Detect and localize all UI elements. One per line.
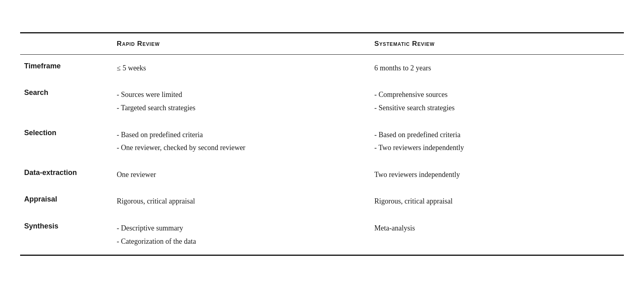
systematic-cell: - Comprehensive sources- Sensitive searc… [366,81,624,121]
cell-line: - Sensitive search strategies [374,102,616,114]
rapid-cell: - Sources were limited- Targeted search … [109,81,366,121]
cell-line: Rigorous, critical appraisal [374,195,616,208]
col-header-systematic: Systematic Review [366,33,624,54]
cell-line: 6 months to 2 years [374,62,616,74]
rapid-cell: - Based on predefined criteria- One revi… [109,121,366,161]
cell-line: Two reviewers independently [374,169,616,181]
table-row: Synthesis- Descriptive summary- Categori… [20,215,624,255]
cell-line: Rigorous, critical appraisal [117,195,358,208]
row-label: Timeframe [20,54,109,81]
comparison-table-wrapper: Rapid Review Systematic Review Timeframe… [20,24,624,264]
rapid-cell: One reviewer [109,161,366,188]
cell-line: - Based on predefined criteria [117,129,358,141]
cell-line: - Descriptive summary [117,222,358,235]
cell-line: Meta-analysis [374,222,616,235]
table-row: AppraisalRigorous, critical appraisalRig… [20,188,624,215]
cell-line: - Targeted search strategies [117,102,358,114]
row-label: Synthesis [20,215,109,255]
cell-line: One reviewer [117,169,358,181]
systematic-cell: 6 months to 2 years [366,54,624,81]
systematic-cell: Meta-analysis [366,215,624,255]
row-label: Appraisal [20,188,109,215]
cell-line: - Based on predefined criteria [374,129,616,141]
rapid-cell: - Descriptive summary- Categorization of… [109,215,366,255]
rapid-cell: Rigorous, critical appraisal [109,188,366,215]
cell-line: - Categorization of the data [117,235,358,248]
cell-line: - Two reviewers independently [374,142,616,154]
row-label: Search [20,81,109,121]
cell-line: - One reviewer, checked by second review… [117,142,358,154]
col-header-rapid: Rapid Review [109,33,366,54]
col-header-category [20,33,109,54]
systematic-cell: Two reviewers independently [366,161,624,188]
rapid-cell: ≤ 5 weeks [109,54,366,81]
row-label: Data-extraction [20,161,109,188]
table-row: Search- Sources were limited- Targeted s… [20,81,624,121]
systematic-cell: - Based on predefined criteria- Two revi… [366,121,624,161]
cell-line: - Sources were limited [117,88,358,101]
systematic-cell: Rigorous, critical appraisal [366,188,624,215]
cell-line: - Comprehensive sources [374,88,616,101]
table-row: Timeframe≤ 5 weeks6 months to 2 years [20,54,624,81]
table-row: Data-extractionOne reviewerTwo reviewers… [20,161,624,188]
row-label: Selection [20,121,109,161]
cell-line: ≤ 5 weeks [117,62,358,74]
comparison-table: Rapid Review Systematic Review Timeframe… [20,32,624,256]
table-row: Selection- Based on predefined criteria-… [20,121,624,161]
